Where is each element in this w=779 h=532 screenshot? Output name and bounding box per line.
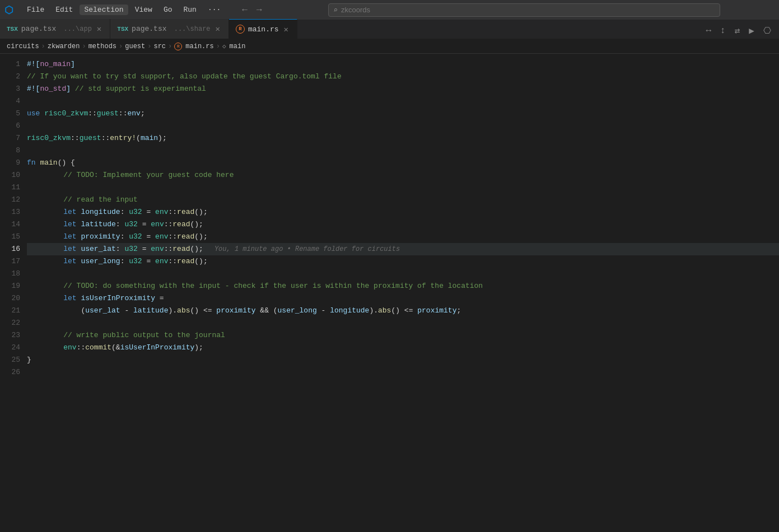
code-token: read [172,243,190,255]
line-numbers: 1 2 3 4 5 6 7 8 9 10 11 12 13 14 15 16 1… [0,54,27,532]
open-changes-icon[interactable]: ⇄ [731,23,744,39]
code-token: user_lat [85,305,120,317]
code-token: ); [158,132,167,144]
code-line-21: (user_lat - latitude).abs() <= proximity… [27,305,779,317]
tab-close-2[interactable]: ✕ [214,24,222,34]
split-editor-icon[interactable]: ↕ [717,24,729,38]
code-token: ; [456,305,461,317]
ln-18: 18 [0,268,20,280]
breadcrumb-zkwarden[interactable]: zkwarden [48,43,80,50]
code-token: guest [97,108,119,120]
breadcrumb-main-fn[interactable]: main [230,43,246,50]
code-token: abs [378,305,391,317]
code-line-5: use risc0_zkvm::guest::env; [27,108,779,120]
menu-more[interactable]: ··· [203,4,225,15]
code-token: let [63,292,76,305]
code-token: ( [111,342,116,354]
code-token [77,206,81,218]
menu-selection[interactable]: Selection [80,4,128,15]
code-token: u32 [129,255,142,268]
nav-back[interactable]: ← [239,4,251,16]
code-token: // write public output to the journal [63,329,225,342]
code-token: isUserInProximity [81,292,155,305]
breadcrumb-guest[interactable]: guest [125,43,145,50]
tab-close-3[interactable]: ✕ [282,24,290,35]
code-token: : [116,218,125,231]
code-token [46,218,63,231]
ln-24: 24 [0,342,20,354]
breadcrumb-main-rs[interactable]: main.rs [185,43,213,50]
breadcrumb-circuits[interactable]: circuits [7,43,39,50]
code-token: = [142,206,155,218]
code-token: main [40,157,57,169]
code-line-17: let user_long: u32 = env::read(); [27,255,779,268]
code-line-13: let longitude: u32 = env::read(); [27,206,779,218]
tab-page-tsx-share[interactable]: TSX page.tsx ...\share ✕ [110,19,229,39]
code-token: : [116,243,125,255]
tab-main-rs[interactable]: R main.rs ✕ [229,19,297,39]
code-token: latitude [81,218,115,231]
ln-4: 4 [0,95,20,108]
code-token: fn [27,157,36,169]
code-line-8 [27,144,779,157]
code-line-18 [27,268,779,280]
code-token: read [177,231,194,243]
code-token: no_main [40,58,71,71]
toggle-panel-icon[interactable]: ▶ [745,23,758,39]
code-content[interactable]: #![no_main] // If you want to try std su… [27,54,779,532]
code-token: ; [141,108,145,120]
code-token: ] [71,58,75,71]
menu-view[interactable]: View [130,4,157,15]
breadcrumb-methods[interactable]: methods [88,43,116,50]
tabs-bar: TSX page.tsx ...\app ✕ TSX page.tsx ...\… [0,20,779,39]
code-token [36,157,40,169]
code-token: () { [58,157,75,169]
tab-label-2: page.tsx [132,25,166,33]
code-token: (); [194,206,207,218]
menu-bar: File Edit Selection View Go Run ··· [22,4,225,15]
tab-close-1[interactable]: ✕ [95,24,103,34]
code-token: :: [164,243,173,255]
code-token: isUserInProximity [120,342,195,354]
menu-edit[interactable]: Edit [51,4,77,15]
code-token: = [155,292,164,305]
ln-25: 25 [0,354,20,366]
code-token: let [63,231,76,243]
code-token: // read the input [63,194,138,206]
code-token: latitude [133,305,168,317]
code-token: - [120,305,133,317]
code-line-3: #![no_std] // std support is experimenta… [27,83,779,95]
code-token [77,243,81,255]
code-line-2: // If you want to try std support, also … [27,71,779,83]
code-token: && ( [256,305,278,317]
code-token: // std support is experimental [75,83,206,95]
menu-run[interactable]: Run [179,4,200,15]
code-token: env [155,255,168,268]
code-token: : [120,206,129,218]
menu-file[interactable]: File [22,4,49,15]
layout-icon[interactable]: ⎔ [760,23,775,39]
ln-20: 20 [0,292,20,305]
code-token: let [63,243,76,255]
ln-7: 7 [0,132,20,144]
code-line-10: // TODO: Implement your guest code here [27,169,779,181]
code-token: read [177,255,194,268]
ln-11: 11 [0,181,20,194]
code-token: env [151,243,164,255]
code-token [71,83,75,95]
tab-page-tsx-app[interactable]: TSX page.tsx ...\app ✕ [0,19,110,39]
ln-3: 3 [0,83,20,95]
code-line-6 [27,120,779,132]
search-input[interactable] [341,6,715,14]
split-editor-right-icon[interactable]: ↔ [703,24,715,38]
nav-forward[interactable]: → [253,4,265,16]
code-token: longitude [81,206,120,218]
code-token: ); [194,342,203,354]
nav-arrows: ← → [239,4,265,16]
code-token: () [190,305,199,317]
code-token: () [391,305,400,317]
search-box[interactable]: ⌕ [328,3,720,17]
menu-go[interactable]: Go [159,4,177,15]
breadcrumb-src[interactable]: src [153,43,166,50]
code-token: main [141,132,158,144]
